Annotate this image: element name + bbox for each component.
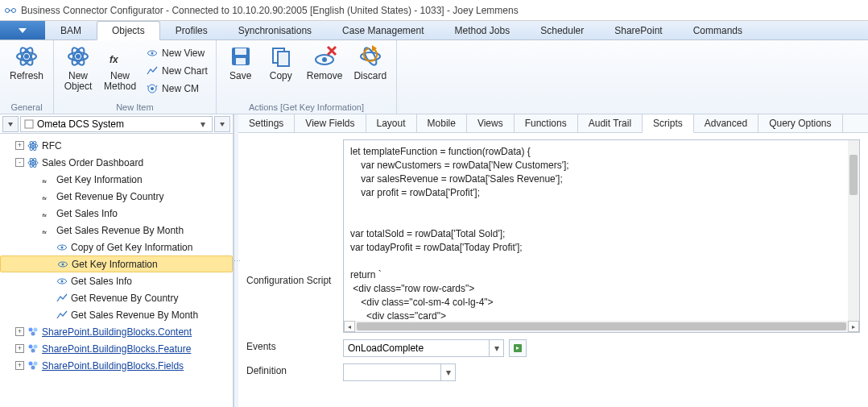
- refresh-icon: [513, 343, 523, 353]
- menu-tab-profiles[interactable]: Profiles: [160, 21, 223, 39]
- copy-button[interactable]: Copy: [262, 42, 300, 83]
- definition-label: Definition: [246, 363, 343, 376]
- tree-item[interactable]: fxGet Revenue By Country: [0, 188, 233, 205]
- chevron-down-icon[interactable]: ▾: [440, 364, 455, 380]
- fx-icon: fx: [41, 190, 54, 203]
- menu-tab-commands[interactable]: Commands: [678, 21, 758, 39]
- detail-tab-scripts[interactable]: Scripts: [643, 114, 694, 133]
- atom-icon: [65, 44, 91, 69]
- app-icon: [5, 5, 16, 16]
- new-view-button[interactable]: New View: [143, 45, 211, 61]
- expand-icon[interactable]: +: [15, 361, 24, 370]
- detail-tab-layout[interactable]: Layout: [366, 114, 417, 132]
- tree-item[interactable]: +SharePoint.BuildingBlocks.Feature: [0, 340, 233, 357]
- spacer: [44, 310, 53, 319]
- vertical-scrollbar[interactable]: [848, 140, 859, 321]
- tree-item[interactable]: fxGet Key Information: [0, 171, 233, 188]
- new-cm-button[interactable]: New CM: [143, 81, 211, 97]
- svg-rect-19: [236, 58, 246, 64]
- fx-icon: fx: [41, 224, 54, 237]
- window-title: Business Connector Configurator - Connec…: [21, 5, 519, 16]
- tree-item[interactable]: fxGet Sales Info: [0, 205, 233, 222]
- save-button[interactable]: Save: [221, 42, 260, 83]
- tree-item-label: Get Revenue By Country: [56, 191, 163, 202]
- tree-item-label: Get Key Information: [56, 174, 143, 185]
- detail-tab-functions[interactable]: Functions: [515, 114, 578, 132]
- events-dropdown[interactable]: OnLoadComplete ▾: [343, 339, 504, 357]
- tree-item-label: Sales Order Dashboard: [42, 157, 143, 168]
- tree-item[interactable]: Get Sales Revenue By Month: [0, 306, 233, 323]
- spacer: [30, 209, 39, 218]
- new-object-button[interactable]: NewObject: [59, 42, 97, 93]
- new-chart-button[interactable]: New Chart: [143, 63, 211, 79]
- svg-rect-30: [25, 120, 33, 128]
- detail-tab-mobile[interactable]: Mobile: [417, 114, 467, 132]
- refresh-button[interactable]: Refresh: [5, 42, 48, 83]
- scroll-right-icon[interactable]: ▸: [848, 321, 859, 332]
- ribbon-group-actions: SaveCopyRemoveDiscardActions [Get Key In…: [217, 40, 397, 114]
- menu-tab-case-management[interactable]: Case Management: [327, 21, 439, 39]
- tree-item-label: Get Key Information: [72, 259, 158, 270]
- detail-tab-view-fields[interactable]: View Fields: [295, 114, 366, 132]
- detail-tab-advanced[interactable]: Advanced: [694, 114, 758, 132]
- chevron-down-icon[interactable]: ▾: [197, 118, 209, 130]
- tree-item[interactable]: +SharePoint.BuildingBlocks.Fields: [0, 357, 233, 374]
- tree-item[interactable]: -Sales Order Dashboard: [0, 154, 233, 171]
- expand-icon[interactable]: +: [15, 141, 24, 150]
- spacer: [45, 260, 54, 268]
- detail-tab-views[interactable]: Views: [467, 114, 515, 132]
- tree-item-label: SharePoint.BuildingBlocks.Fields: [42, 360, 184, 372]
- square-icon: [24, 119, 34, 129]
- tree-pane: Ometa DCS System ▾ +RFC-Sales Order Dash…: [0, 114, 234, 407]
- horizontal-scrollbar[interactable]: ◂ ▸: [344, 321, 859, 332]
- system-combo[interactable]: Ometa DCS System ▾: [20, 116, 213, 132]
- tree-item-label: RFC: [42, 140, 62, 152]
- menu-tab-scheduler[interactable]: Scheduler: [525, 21, 599, 39]
- sp-icon: [27, 359, 39, 372]
- svg-point-0: [6, 8, 10, 12]
- tree-item[interactable]: Copy of Get Key Information: [0, 239, 233, 255]
- menu-tab-method-jobs[interactable]: Method Jobs: [440, 21, 526, 39]
- tree-item[interactable]: +RFC: [0, 137, 233, 154]
- tree-item[interactable]: fxGet Sales Revenue By Month: [0, 222, 233, 239]
- events-label: Events: [246, 339, 343, 352]
- ribbon: RefreshGeneralNewObjectfxNewMethodNew Vi…: [0, 40, 868, 114]
- svg-rect-18: [235, 48, 246, 55]
- tree-item[interactable]: Get Revenue By Country: [0, 289, 233, 306]
- menu-tab-synchronisations[interactable]: Synchronisations: [223, 21, 327, 39]
- chevron-down-icon[interactable]: ▾: [489, 340, 503, 356]
- svg-point-23: [322, 57, 327, 62]
- tree-filter-button[interactable]: [214, 116, 230, 132]
- detail-tab-query-options[interactable]: Query Options: [758, 114, 842, 132]
- detail-tab-audit-trail[interactable]: Audit Trail: [578, 114, 643, 132]
- config-script-content[interactable]: let templateFunction = function(rowData)…: [344, 140, 859, 321]
- config-script-editor[interactable]: let templateFunction = function(rowData)…: [343, 139, 860, 333]
- file-menu-button[interactable]: [0, 21, 45, 39]
- svg-point-55: [31, 348, 35, 352]
- new-method-button[interactable]: fxNewMethod: [99, 42, 141, 93]
- menu-tab-sharepoint[interactable]: SharePoint: [599, 21, 677, 39]
- collapse-icon[interactable]: -: [15, 158, 24, 167]
- tree-item[interactable]: +SharePoint.BuildingBlocks.Content: [0, 323, 233, 340]
- remove-button[interactable]: Remove: [302, 42, 348, 83]
- events-action-button[interactable]: [509, 339, 527, 357]
- detail-tab-settings[interactable]: Settings: [238, 114, 295, 132]
- svg-point-51: [34, 327, 38, 331]
- svg-point-7: [24, 54, 29, 59]
- scroll-left-icon[interactable]: ◂: [344, 321, 355, 332]
- expand-icon[interactable]: +: [15, 344, 24, 353]
- object-tree[interactable]: +RFC-Sales Order DashboardfxGet Key Info…: [0, 134, 233, 407]
- discard-button[interactable]: Discard: [349, 42, 391, 83]
- tree-item[interactable]: Get Key Information: [0, 255, 233, 272]
- menu-tab-bam[interactable]: BAM: [45, 21, 97, 39]
- tree-toggle-button[interactable]: [2, 116, 19, 132]
- chart-icon: [56, 309, 68, 322]
- discard-icon: [358, 44, 383, 69]
- spacer: [30, 226, 39, 235]
- tree-item-label: Get Sales Revenue By Month: [71, 309, 198, 321]
- tree-item[interactable]: Get Sales Info: [0, 272, 233, 289]
- expand-icon[interactable]: +: [15, 327, 24, 336]
- definition-dropdown[interactable]: ▾: [343, 363, 456, 381]
- tree-item-label: Copy of Get Key Information: [71, 242, 192, 253]
- menu-tab-objects[interactable]: Objects: [97, 21, 160, 40]
